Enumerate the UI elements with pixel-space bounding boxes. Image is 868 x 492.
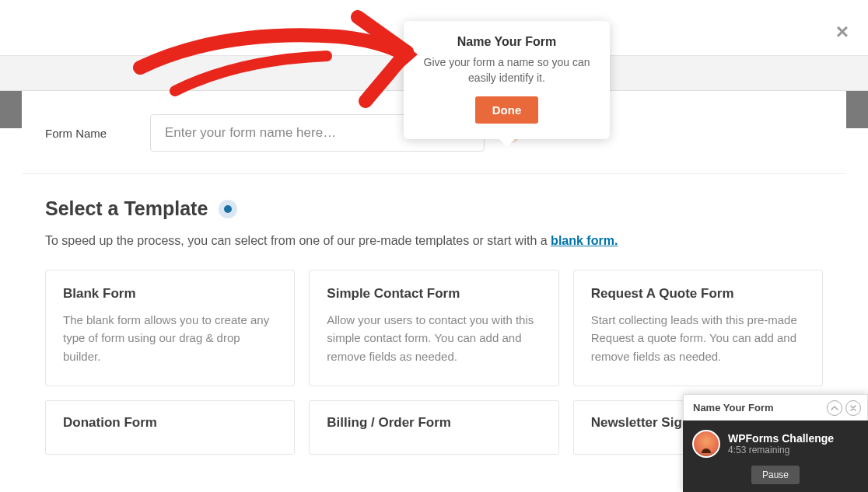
template-heading: Select a Template <box>45 197 208 220</box>
popover-title: Name Your Form <box>418 35 596 49</box>
popover-done-button[interactable]: Done <box>475 96 539 124</box>
template-card-title: Donation Form <box>63 415 277 431</box>
challenge-body: WPForms Challenge 4:53 remaining Pause <box>683 420 868 492</box>
template-card-blank[interactable]: Blank Form The blank form allows you to … <box>45 270 295 386</box>
challenge-collapse-icon[interactable] <box>827 400 842 416</box>
challenge-pause-button[interactable]: Pause <box>751 466 800 484</box>
template-card-request-quote[interactable]: Request A Quote Form Start collecting le… <box>573 270 823 386</box>
template-card-title: Simple Contact Form <box>327 286 541 302</box>
challenge-title: WPForms Challenge <box>728 432 834 445</box>
form-name-label: Form Name <box>45 127 150 140</box>
challenge-info-row: WPForms Challenge 4:53 remaining <box>692 430 859 458</box>
challenge-header-label: Name Your Form <box>693 402 774 413</box>
close-icon[interactable]: × <box>836 19 849 44</box>
template-card-title: Blank Form <box>63 286 277 302</box>
template-desc-text: To speed up the process, you can select … <box>45 234 551 247</box>
template-card-billing[interactable]: Billing / Order Form <box>309 400 558 455</box>
challenge-mascot-icon <box>692 430 720 458</box>
template-card-donation[interactable]: Donation Form <box>45 400 295 455</box>
template-card-simple-contact[interactable]: Simple Contact Form Allow your users to … <box>309 270 558 386</box>
challenge-close-icon[interactable] <box>845 400 861 416</box>
popover-description: Give your form a name so you can easily … <box>418 55 596 85</box>
template-card-desc: Allow your users to contact you with thi… <box>327 311 541 365</box>
template-heading-row: Select a Template <box>45 197 823 220</box>
template-card-title: Billing / Order Form <box>327 415 541 431</box>
template-hint-dot-icon[interactable] <box>219 200 237 218</box>
challenge-time-remaining: 4:53 remaining <box>728 445 834 455</box>
template-description: To speed up the process, you can select … <box>45 234 823 248</box>
template-card-desc: The blank form allows you to create any … <box>63 311 277 365</box>
name-form-popover: Name Your Form Give your form a name so … <box>404 21 610 139</box>
blank-form-link[interactable]: blank form. <box>551 234 618 247</box>
challenge-widget: Name Your Form WPForms Challenge 4:53 re… <box>683 394 868 492</box>
challenge-header: Name Your Form <box>683 394 868 420</box>
template-card-title: Request A Quote Form <box>591 286 805 302</box>
template-card-desc: Start collecting leads with this pre-mad… <box>591 311 805 365</box>
